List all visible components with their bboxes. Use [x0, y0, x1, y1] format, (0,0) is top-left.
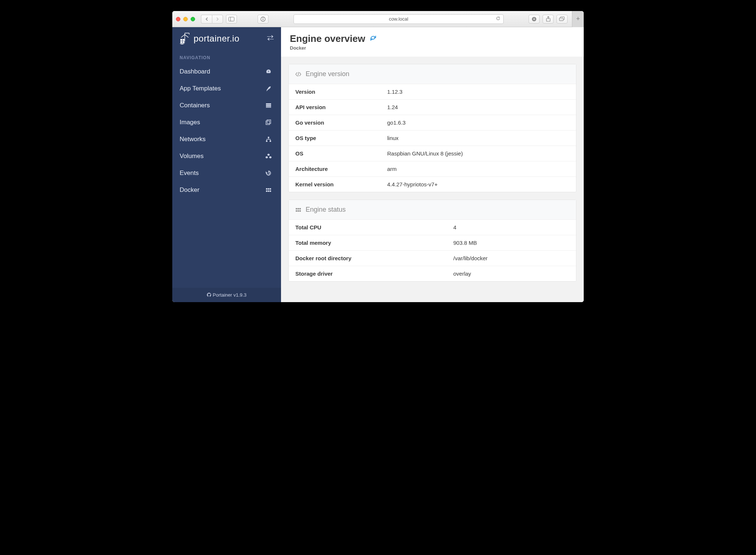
browser-titlebar: cow.local +	[172, 11, 584, 27]
row-value: overlay	[453, 271, 471, 277]
row-label: Total memory	[295, 240, 453, 246]
downloads-button[interactable]	[529, 15, 540, 24]
row-label: OS type	[295, 135, 387, 141]
server-icon	[265, 103, 272, 108]
sidebar-item-label: Networks	[180, 136, 206, 143]
rocket-icon	[265, 86, 272, 92]
row-label: Docker root directory	[295, 255, 453, 261]
zoom-window-button[interactable]	[191, 17, 195, 21]
window-controls	[176, 17, 195, 21]
dashboard-icon	[265, 69, 272, 75]
svg-rect-14	[180, 41, 182, 43]
close-window-button[interactable]	[176, 17, 180, 21]
table-row: Architecturearm	[289, 161, 576, 176]
svg-rect-23	[270, 140, 271, 142]
row-value: 903.8 MB	[453, 240, 477, 246]
sidebar-item-label: Docker	[180, 186, 199, 194]
address-bar[interactable]: cow.local	[294, 14, 504, 24]
address-bar-url: cow.local	[389, 16, 408, 22]
sidebar-item-label: Volumes	[180, 153, 204, 160]
svg-rect-26	[270, 188, 271, 190]
sidebar-item-docker[interactable]: Docker	[172, 182, 281, 198]
svg-rect-25	[268, 188, 269, 190]
sidebar-item-events[interactable]: Events	[172, 165, 281, 182]
sidebar-toggle-button[interactable]	[226, 15, 237, 24]
row-value: 4.4.27-hypriotos-v7+	[387, 181, 438, 187]
panel-title: Engine status	[306, 206, 346, 214]
sidebar-item-containers[interactable]: Containers	[172, 97, 281, 114]
row-value: /var/lib/docker	[453, 255, 487, 261]
clone-icon	[265, 119, 272, 125]
row-label: Kernel version	[295, 181, 387, 187]
table-row: Kernel version4.4.27-hypriotos-v7+	[289, 176, 576, 192]
svg-rect-31	[298, 208, 299, 210]
svg-rect-13	[183, 39, 184, 41]
row-value: go1.6.3	[387, 119, 406, 126]
minimize-window-button[interactable]	[183, 17, 188, 21]
nav-list: Dashboard App Templates Containers Image…	[172, 63, 281, 198]
page-header: Engine overview Docker	[281, 27, 584, 57]
row-value: 1.12.3	[387, 89, 403, 95]
browser-window: cow.local +	[172, 11, 584, 302]
nav-back-forward	[201, 15, 223, 24]
svg-rect-20	[266, 121, 270, 125]
sidebar-item-label: Events	[180, 169, 199, 177]
table-row: OSRaspbian GNU/Linux 8 (jessie)	[289, 146, 576, 161]
table-row: Docker root directory/var/lib/docker	[289, 250, 576, 266]
sidebar-item-volumes[interactable]: Volumes	[172, 148, 281, 165]
row-label: Total CPU	[295, 224, 453, 230]
nav-section-label: NAVIGATION	[172, 51, 281, 63]
sitemap-icon	[265, 136, 272, 142]
row-label: Storage driver	[295, 271, 453, 277]
svg-rect-4	[263, 19, 263, 20]
svg-rect-24	[266, 188, 267, 190]
sidebar: portainer.io NAVIGATION Dashboard App Te…	[172, 27, 281, 302]
brand-header: portainer.io	[172, 27, 281, 51]
row-label: Go version	[295, 119, 387, 126]
svg-point-3	[263, 18, 263, 18]
page-subtitle: Docker	[290, 45, 575, 51]
svg-rect-8	[559, 18, 564, 21]
svg-rect-33	[296, 210, 297, 212]
back-button[interactable]	[201, 15, 212, 24]
table-row: Storage driveroverlay	[289, 266, 576, 281]
app-body: portainer.io NAVIGATION Dashboard App Te…	[172, 27, 584, 302]
share-button[interactable]	[543, 15, 554, 24]
sidebar-item-dashboard[interactable]: Dashboard	[172, 63, 281, 80]
new-tab-button[interactable]: +	[572, 11, 584, 27]
row-value: arm	[387, 166, 397, 172]
svg-rect-21	[268, 137, 269, 138]
sidebar-footer-text: Portainer v1.9.3	[213, 292, 246, 298]
info-button[interactable]	[258, 15, 269, 24]
sidebar-item-images[interactable]: Images	[172, 114, 281, 131]
endpoint-switch-icon[interactable]	[267, 35, 274, 42]
sidebar-item-app-templates[interactable]: App Templates	[172, 80, 281, 97]
svg-rect-22	[266, 140, 267, 142]
reload-icon[interactable]	[496, 16, 500, 22]
svg-rect-27	[266, 190, 267, 192]
svg-rect-18	[266, 107, 271, 108]
table-row: Version1.12.3	[289, 84, 576, 99]
table-row: Total CPU4	[289, 220, 576, 235]
sidebar-item-label: Containers	[180, 102, 210, 109]
row-value: linux	[387, 135, 399, 141]
page-title: Engine overview	[290, 33, 365, 44]
sidebar-item-networks[interactable]: Networks	[172, 131, 281, 148]
refresh-icon[interactable]	[370, 35, 377, 43]
sidebar-footer[interactable]: Portainer v1.9.3	[172, 288, 281, 302]
tabs-button[interactable]	[557, 15, 568, 24]
svg-rect-32	[299, 208, 301, 210]
panel-header: Engine version	[289, 64, 576, 84]
portainer-logo-icon	[180, 32, 191, 45]
main-content: Engine overview Docker Engine version Ve…	[281, 27, 584, 302]
table-row: Total memory903.8 MB	[289, 235, 576, 250]
svg-rect-34	[298, 210, 299, 212]
forward-button[interactable]	[212, 15, 223, 24]
panel-engine-status: Engine status Total CPU4 Total memory903…	[288, 200, 576, 282]
row-value: 4	[453, 224, 456, 230]
svg-rect-35	[299, 210, 301, 212]
sidebar-item-label: Images	[180, 119, 200, 126]
svg-rect-17	[266, 105, 271, 107]
svg-rect-15	[183, 41, 184, 43]
table-row: OS typelinux	[289, 130, 576, 146]
